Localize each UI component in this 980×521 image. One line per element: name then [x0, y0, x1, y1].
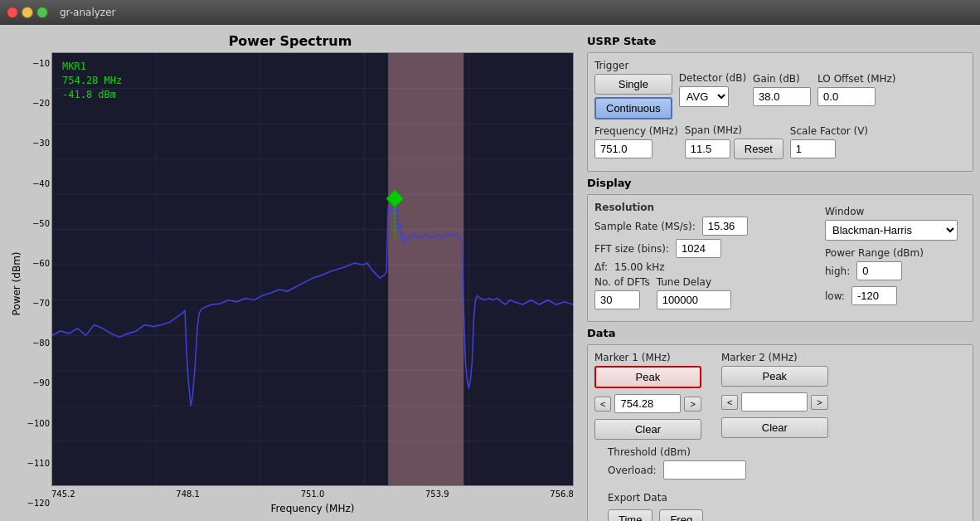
reset-button[interactable]: Reset	[734, 139, 784, 159]
frequency-group: Frequency (MHz)	[594, 125, 678, 158]
marker2-right-button[interactable]: >	[811, 395, 827, 410]
detector-label: Detector (dB)	[679, 72, 746, 84]
lo-offset-label: LO Offset (MHz)	[817, 73, 895, 85]
num-dfts-label: No. of DFTs	[594, 276, 650, 288]
delta-f-value: 15.00 kHz	[614, 261, 664, 273]
gain-group: Gain (dB)	[753, 73, 811, 106]
trigger-group: Trigger Single Continuous	[594, 60, 672, 119]
y-axis-label: Power (dBm)	[10, 251, 22, 315]
delta-f-label: Δf:	[594, 261, 608, 273]
detector-select[interactable]: AVG Peak Min	[679, 86, 729, 107]
marker1-peak-button[interactable]: Peak	[594, 366, 701, 388]
window-select[interactable]: Blackman-Harris Hann Hamming None	[825, 220, 958, 241]
overload-label: Overload:	[608, 465, 657, 476]
marker-freq: 754.28 MHz	[62, 74, 122, 88]
lo-offset-group: LO Offset (MHz)	[817, 73, 895, 106]
usrp-state-header: USRP State	[587, 35, 973, 47]
threshold-label: Threshold (dBm)	[608, 446, 746, 458]
marker1-label: Marker 1 (MHz)	[594, 352, 701, 363]
power-range-label: Power Range (dBm)	[825, 247, 966, 259]
marker2-clear-button[interactable]: Clear	[721, 417, 828, 438]
sample-rate-input[interactable]	[702, 217, 748, 236]
display-header: Display	[587, 177, 973, 189]
span-input[interactable]	[685, 139, 730, 158]
tune-delay-input[interactable]	[657, 290, 731, 309]
power-range-group: Power Range (dBm) high: low:	[825, 247, 966, 305]
maximize-button[interactable]	[36, 7, 48, 18]
window-group: Window Blackman-Harris Hann Hamming None	[825, 206, 966, 241]
threshold-export-group: Threshold (dBm) Overload: Export Data Ti…	[608, 446, 746, 521]
export-freq-button[interactable]: Freq	[659, 509, 703, 521]
marker2-freq-input[interactable]	[741, 392, 808, 411]
usrp-state-section: Trigger Single Continuous Detector (dB) …	[587, 52, 973, 172]
marker1-clear-button[interactable]: Clear	[594, 419, 701, 440]
marker2-peak-button[interactable]: Peak	[721, 366, 828, 387]
fft-size-input[interactable]	[676, 239, 721, 258]
chart-panel: Power Spectrum Power (dBm) −10 −20 −30 −…	[0, 25, 580, 521]
trigger-label: Trigger	[594, 60, 672, 71]
chart-title: Power Spectrum	[7, 33, 574, 49]
high-label: high:	[825, 265, 850, 277]
threshold-input[interactable]	[663, 460, 746, 480]
export-data-group: Export Data Time Freq	[608, 492, 746, 521]
marker2-group: Marker 2 (MHz) Peak < > Clear	[721, 352, 828, 438]
high-input[interactable]	[856, 261, 902, 280]
gain-input[interactable]	[753, 87, 811, 106]
display-section: Resolution Sample Rate (MS/s): FFT size …	[587, 194, 973, 322]
window-title: gr-analyzer	[60, 7, 115, 18]
marker1-right-button[interactable]: >	[684, 397, 701, 411]
num-dfts-input[interactable]	[594, 290, 640, 309]
scale-factor-input[interactable]	[790, 139, 836, 158]
title-bar: gr-analyzer	[0, 0, 980, 25]
low-label: low:	[825, 290, 845, 302]
marker1-input-row: < >	[594, 394, 701, 413]
close-button[interactable]	[7, 7, 18, 18]
span-group: Span (MHz) Reset	[685, 124, 784, 159]
marker1-left-button[interactable]: <	[594, 397, 611, 411]
spectrum-svg	[52, 53, 573, 485]
span-label: Span (MHz)	[685, 124, 784, 136]
tune-delay-label: Tune Delay	[657, 276, 731, 288]
resolution-label: Resolution	[594, 202, 812, 213]
lo-offset-input[interactable]	[817, 87, 876, 106]
spectrum-chart[interactable]: MKR1 754.28 MHz -41.8 dBm	[51, 52, 574, 486]
marker1-group: Marker 1 (MHz) Peak < > Clear	[594, 352, 701, 440]
single-button[interactable]: Single	[594, 74, 672, 95]
marker-info: MKR1 754.28 MHz -41.8 dBm	[62, 60, 122, 101]
marker1-freq-input[interactable]	[614, 394, 681, 413]
data-section: Marker 1 (MHz) Peak < > Clear Marker 2 (…	[587, 344, 973, 521]
continuous-button[interactable]: Continuous	[594, 97, 672, 119]
frequency-label: Frequency (MHz)	[594, 125, 678, 137]
window-controls[interactable]	[7, 7, 48, 18]
frequency-input[interactable]	[594, 139, 653, 158]
export-time-button[interactable]: Time	[608, 509, 653, 521]
marker2-label: Marker 2 (MHz)	[721, 352, 828, 363]
minimize-button[interactable]	[22, 7, 33, 18]
low-input[interactable]	[851, 286, 897, 305]
scale-factor-group: Scale Factor (V)	[790, 125, 868, 158]
marker2-left-button[interactable]: <	[721, 395, 738, 410]
marker-label: MKR1	[62, 60, 122, 74]
data-header: Data	[587, 327, 973, 339]
svg-rect-0	[52, 53, 573, 485]
svg-rect-16	[388, 53, 463, 485]
controls-panel: USRP State Trigger Single Continuous Det…	[580, 25, 980, 521]
x-axis-label: Frequency (MHz)	[271, 503, 355, 514]
sample-rate-label: Sample Rate (MS/s):	[594, 221, 696, 232]
fft-size-label: FFT size (bins):	[594, 243, 669, 255]
tune-delay-group: Tune Delay	[657, 276, 731, 309]
marker2-input-row: < >	[721, 392, 828, 411]
export-data-label: Export Data	[608, 492, 746, 504]
detector-group: Detector (dB) AVG Peak Min	[679, 72, 746, 107]
num-dfts-group: No. of DFTs	[594, 276, 650, 309]
window-power-group: Window Blackman-Harris Hann Hamming None…	[825, 206, 966, 305]
resolution-group: Resolution Sample Rate (MS/s): FFT size …	[594, 202, 812, 309]
marker-power: -41.8 dBm	[62, 88, 122, 102]
window-label: Window	[825, 206, 966, 217]
scale-factor-label: Scale Factor (V)	[790, 125, 868, 137]
gain-label: Gain (dB)	[753, 73, 811, 85]
